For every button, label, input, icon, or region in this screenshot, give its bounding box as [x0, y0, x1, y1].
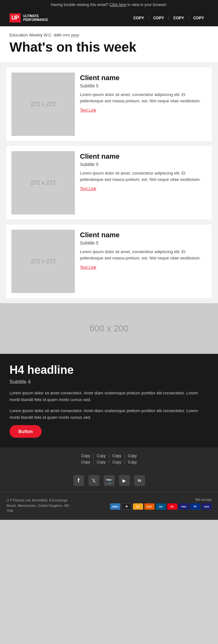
logo-mark: UP: [10, 13, 21, 22]
dark-headline: H4 headline: [10, 363, 208, 377]
card-3: 272 x 272 Client name Subtitle 5 Lorem i…: [6, 225, 212, 298]
footer-nav-link-2[interactable]: Copy: [94, 454, 109, 458]
footer-nav-link-6[interactable]: Copy: [94, 460, 109, 464]
card-1: 272 x 272 Client name Subtitle 5 Lorem i…: [6, 67, 212, 141]
card-1-image: 272 x 272: [11, 73, 75, 136]
card-1-body: Lorem ipsum dolor sit amet, consectetur …: [80, 92, 207, 104]
card-2-subtitle: Subtitle 5: [80, 162, 207, 167]
dark-body-1: Lorem ipsum dolor sit amet consectetur. …: [10, 390, 208, 403]
payment-maestro: MA: [156, 503, 166, 510]
dark-subtitle: Subtitle 4: [10, 379, 208, 385]
top-bar: Having trouble viewing this email? Click…: [0, 0, 218, 10]
banner-placeholder: 600 x 200: [0, 303, 218, 354]
nav-links: COPY COPY COPY COPY: [129, 16, 208, 20]
topbar-suffix: to view in your browser.: [128, 3, 167, 7]
footer-nav-link-4[interactable]: Copy: [125, 454, 140, 458]
dark-body-2: Lorem ipsum dolor sit amet consectetur. …: [10, 408, 208, 421]
card-1-title: Client name: [80, 74, 207, 82]
card-3-title: Client name: [80, 231, 207, 239]
payment-discover: DISC: [144, 503, 155, 510]
card-2-content: Client name Subtitle 5 Lorem ipsum dolor…: [80, 151, 207, 214]
youtube-icon[interactable]: ▶: [119, 475, 130, 486]
nav-link-1[interactable]: COPY: [129, 16, 149, 20]
footer-nav-row-1: Copy Copy Copy Copy: [10, 454, 208, 458]
card-1-subtitle: Subtitle 5: [80, 83, 207, 88]
card-3-body: Lorem ipsum dolor sit amet, consectetur …: [80, 249, 207, 261]
card-1-content: Client name Subtitle 5 Lorem ipsum dolor…: [80, 73, 207, 136]
payment-diners: DC: [133, 503, 143, 510]
dark-button[interactable]: Button: [10, 425, 42, 438]
twitter-icon[interactable]: 𝕏: [89, 475, 99, 486]
hero-section: Education Weekly W.C. ddth mm yyyy What'…: [0, 26, 218, 62]
facebook-icon[interactable]: f: [73, 475, 84, 486]
instagram-icon[interactable]: 📷: [104, 475, 115, 486]
payment-apple: ⊠: [122, 503, 132, 510]
payment-visa-blue: VISA: [179, 503, 189, 510]
card-3-link[interactable]: Text Link: [80, 265, 207, 270]
footer-payments-label: We accept: [195, 498, 212, 501]
topbar-link[interactable]: Click here: [109, 3, 126, 7]
card-3-content: Client name Subtitle 5 Lorem ipsum dolor…: [80, 230, 207, 293]
linkedin-icon[interactable]: in: [134, 475, 145, 486]
payment-visa: VISA: [201, 503, 212, 510]
footer-nav: Copy Copy Copy Copy Copy Copy Copy Copy: [0, 447, 218, 471]
card-3-image: 272 x 272: [11, 230, 75, 293]
footer-nav-link-7[interactable]: Copy: [109, 460, 125, 464]
card-2-title: Client name: [80, 152, 207, 161]
card-1-link[interactable]: Text Link: [80, 108, 207, 112]
footer-nav-link-5[interactable]: Copy: [78, 460, 94, 464]
footer-nav-row-2: Copy Copy Copy Copy: [10, 460, 208, 464]
logo[interactable]: UP ULTIMATE PERFORMANCE: [10, 13, 48, 22]
header: UP ULTIMATE PERFORMANCE COPY COPY COPY C…: [0, 10, 218, 26]
card-2-link[interactable]: Text Link: [80, 186, 207, 191]
footer-nav-link-8[interactable]: Copy: [125, 460, 140, 464]
nav-link-3[interactable]: COPY: [169, 16, 189, 20]
footer-bottom: U P Fitness Ltd, Acresfield, 8 Exchange …: [0, 492, 218, 520]
footer-nav-link-1[interactable]: Copy: [78, 454, 94, 458]
nav-link-4[interactable]: COPY: [189, 16, 208, 20]
payment-icons: AMEX ⊠ DC DISC MA MC VISA PP VISA: [110, 503, 212, 510]
dark-section: H4 headline Subtitle 4 Lorem ipsum dolor…: [0, 354, 218, 447]
social-icons: f 𝕏 📷 ▶ in: [0, 471, 218, 492]
payment-paypal: PP: [190, 503, 200, 510]
cards-section: 272 x 272 Client name Subtitle 5 Lorem i…: [0, 62, 218, 303]
nav-link-2[interactable]: COPY: [149, 16, 169, 20]
card-2: 272 x 272 Client name Subtitle 5 Lorem i…: [6, 146, 212, 220]
card-3-subtitle: Subtitle 5: [80, 240, 207, 245]
hero-eyebrow: Education Weekly W.C. ddth mm yyyy: [10, 33, 208, 37]
topbar-message: Having trouble viewing this email?: [51, 3, 108, 7]
footer-nav-link-3[interactable]: Copy: [109, 454, 125, 458]
payment-mastercard: MC: [167, 503, 177, 510]
logo-text: ULTIMATE PERFORMANCE: [23, 14, 48, 22]
card-2-image: 272 x 272: [11, 151, 75, 214]
footer-address: U P Fitness Ltd, Acresfield, 8 Exchange …: [6, 498, 76, 513]
payment-amex: AMEX: [110, 503, 120, 510]
footer-payments: We accept AMEX ⊠ DC DISC MA MC VISA PP V…: [110, 498, 212, 510]
hero-title: What's on this week: [10, 40, 208, 54]
card-2-body: Lorem ipsum dolor sit amet, consectetur …: [80, 170, 207, 182]
